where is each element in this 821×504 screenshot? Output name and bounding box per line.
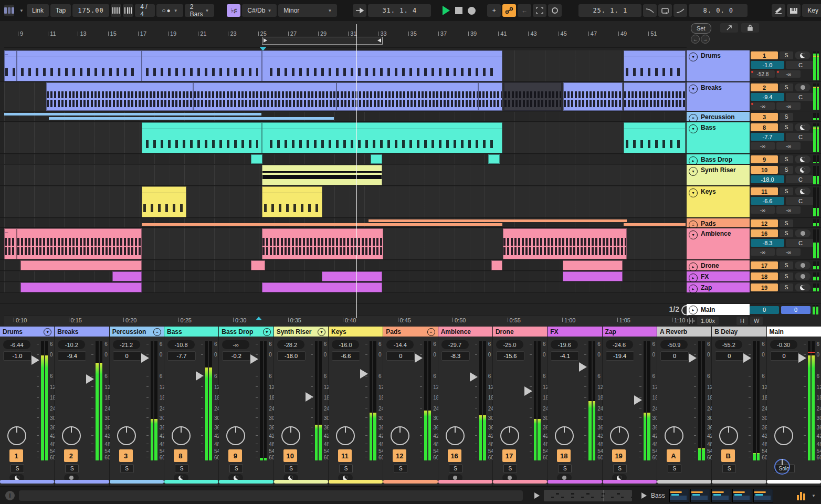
clip[interactable] — [193, 82, 336, 111]
track-row-breaks[interactable]: ▾Breaks2S-9.4C-∞-∞ — [0, 82, 821, 111]
fold-icon[interactable]: ▸ — [689, 262, 698, 271]
volume-field[interactable]: -8.3 — [441, 351, 470, 361]
track-number-button[interactable]: 16 — [448, 449, 461, 462]
track-row-keys[interactable]: ▾Keys11S-6.6C-∞-∞ — [0, 186, 821, 218]
pan-field[interactable]: C — [786, 175, 815, 183]
track-number-button[interactable]: B — [721, 449, 735, 462]
clip[interactable] — [624, 223, 686, 226]
monitor-button[interactable] — [795, 166, 811, 174]
arm-button[interactable] — [795, 261, 811, 269]
solo-button[interactable]: S — [65, 464, 79, 473]
mixer-strip-header[interactable]: Synth Riser▾ — [274, 327, 328, 337]
send-field[interactable]: -∞ — [776, 206, 801, 214]
fold-icon[interactable]: ≡ — [689, 114, 698, 123]
pan-knob[interactable] — [226, 426, 245, 445]
main-pan-field[interactable]: 0 — [781, 306, 811, 314]
solo-button[interactable]: S — [780, 155, 793, 163]
peak-level-field[interactable]: -6.44 — [3, 340, 30, 349]
key-map-button[interactable]: Key — [802, 4, 821, 17]
send-field[interactable]: -∞ — [776, 70, 801, 78]
track-header[interactable]: ▸Bass Drop — [687, 154, 750, 164]
solo-button[interactable]: S — [285, 464, 298, 473]
track-number-button[interactable]: 2 — [64, 449, 78, 462]
volume-field[interactable]: -1.0 — [3, 351, 31, 361]
volume-field[interactable]: -8.3 — [751, 239, 784, 247]
clip[interactable] — [49, 117, 334, 120]
track-number-button[interactable]: 17 — [751, 261, 778, 269]
loop-length-field[interactable]: 8. 0. 0 — [689, 4, 748, 17]
track-row-fx[interactable]: ▸FX18S — [0, 271, 821, 282]
solo-button[interactable]: S — [780, 113, 793, 121]
clip[interactable] — [142, 186, 186, 217]
volume-field[interactable]: -1.0 — [751, 61, 784, 69]
mixer-strip-a-reverb[interactable]: A Reverb-50.90606121824303642485460AS — [657, 327, 711, 486]
mixer-strip-header[interactable]: FX — [548, 327, 602, 337]
solo-button[interactable]: S — [780, 284, 793, 291]
clip[interactable] — [142, 122, 262, 153]
track-number-button[interactable]: 18 — [557, 449, 571, 462]
send-field[interactable]: -∞ — [776, 248, 801, 256]
mixer-strip-header[interactable]: Breaks — [55, 327, 109, 337]
mixer-strip-drone[interactable]: Drone-25.0-15.660612182430364248546017S — [493, 327, 547, 486]
mixer-fold-icon[interactable]: ≡ — [153, 328, 161, 336]
solo-button[interactable]: S — [339, 464, 353, 473]
clip[interactable]: ... — [4, 228, 17, 259]
solo-button[interactable]: S — [780, 83, 793, 91]
link-button[interactable]: Link — [27, 4, 49, 17]
main-fold-icon[interactable]: ▸ — [689, 306, 698, 314]
peak-level-field[interactable]: -24.6 — [606, 340, 633, 349]
pan-field[interactable]: C — [786, 197, 815, 205]
spectrum-meter-icon[interactable] — [797, 491, 805, 500]
clip-mini-preview[interactable] — [544, 490, 632, 501]
back-to-arrangement-left-icon[interactable]: ← — [691, 35, 700, 44]
track-lane[interactable] — [4, 186, 687, 217]
mixer-strip-bass[interactable]: Bass-10.8-7.76061218243036424854608S — [164, 327, 218, 486]
set-button[interactable]: Set — [691, 23, 711, 34]
track-header[interactable]: ▾Bass — [687, 122, 750, 153]
groove-amount-menu[interactable]: 2 Bars▼ — [185, 4, 215, 17]
metronome-icon[interactable] — [111, 4, 121, 17]
fold-icon[interactable]: ▸ — [689, 274, 698, 282]
playhead[interactable] — [356, 24, 357, 318]
solo-button[interactable]: S — [229, 464, 243, 473]
volume-field[interactable]: 0 — [660, 351, 689, 361]
clip[interactable] — [504, 82, 562, 111]
mixer-strip-pads[interactable]: Pads≡-14.4060612182430364248546012S — [383, 327, 437, 486]
track-number-button[interactable]: 8 — [174, 449, 187, 462]
track-lane[interactable] — [4, 154, 687, 164]
mixer-fold-icon[interactable]: ≡ — [427, 328, 435, 336]
reenable-automation-button[interactable]: ← — [518, 4, 531, 17]
peak-level-field[interactable]: -∞ — [222, 340, 249, 349]
mixer-strip-header[interactable]: A Reverb — [657, 327, 711, 337]
track-lane[interactable]: ... — [4, 50, 687, 81]
volume-field[interactable]: 0 — [715, 351, 743, 361]
fold-icon[interactable]: ▾ — [689, 230, 698, 239]
track-header[interactable]: ▸FX — [687, 271, 750, 281]
fold-icon[interactable]: ▾ — [689, 188, 698, 197]
playback-speed-field[interactable]: 1.00x — [697, 317, 719, 325]
track-lane[interactable] — [4, 282, 687, 292]
solo-button[interactable]: S — [780, 51, 793, 59]
clip[interactable] — [112, 271, 142, 281]
track-number-button[interactable]: 8 — [751, 123, 778, 131]
quantize-menu[interactable]: ○●▼ — [156, 4, 183, 17]
loop-toggle-icon[interactable] — [548, 4, 562, 17]
track-lane[interactable] — [4, 218, 687, 227]
pan-knob[interactable] — [172, 426, 191, 445]
clip[interactable] — [336, 82, 478, 111]
clip-preview-play-icon[interactable] — [534, 492, 540, 499]
add-locator-button[interactable]: + — [487, 4, 501, 17]
peak-level-field[interactable]: -14.4 — [386, 340, 414, 349]
clip[interactable] — [46, 82, 193, 111]
send-field[interactable]: -∞ — [776, 102, 801, 110]
cue-volume-knob[interactable] — [774, 459, 790, 475]
clip[interactable] — [262, 50, 502, 81]
clip[interactable] — [563, 271, 623, 281]
peak-level-field[interactable]: -29.7 — [441, 340, 469, 349]
track-number-button[interactable]: A — [667, 449, 680, 462]
app-menu-caret-icon[interactable]: ▼ — [19, 8, 24, 13]
pan-knob[interactable] — [281, 426, 300, 445]
monitor-button[interactable] — [795, 51, 811, 59]
mixer-strip-header[interactable]: Drums▾ — [0, 327, 54, 337]
mixer-fold-icon[interactable]: ▾ — [263, 328, 271, 336]
